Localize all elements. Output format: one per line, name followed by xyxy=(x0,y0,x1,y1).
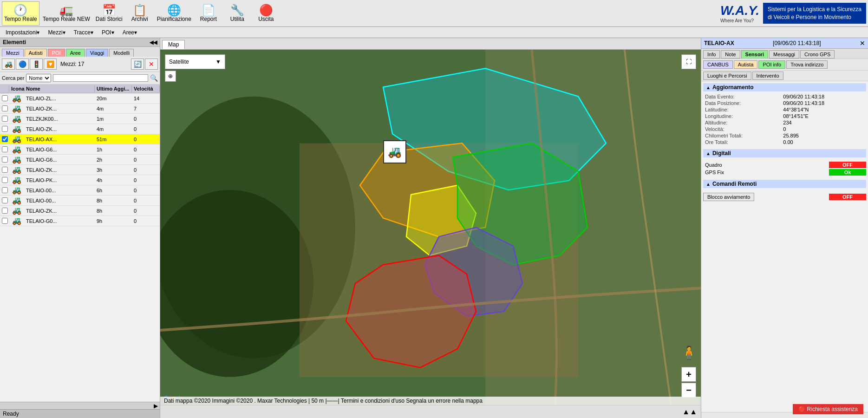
vehicle-checkbox[interactable] xyxy=(2,116,8,122)
toolbar-utilita[interactable]: 🔧 Utilita xyxy=(223,1,251,26)
vehicle-checkbox[interactable] xyxy=(2,146,8,152)
vehicle-speed: 0 xyxy=(132,157,160,163)
uscita-icon: 🔴 xyxy=(259,5,273,16)
vehicle-speed: 0 xyxy=(132,177,160,183)
right-tab-messaggi[interactable]: Messaggi xyxy=(769,50,799,59)
tab-poi[interactable]: POI xyxy=(48,49,65,57)
vehicle-checkbox[interactable] xyxy=(2,177,8,183)
traffic-light-btn[interactable]: 🚦 xyxy=(30,59,43,70)
satellite-selector[interactable]: Satellite ▼ xyxy=(165,54,225,69)
toolbar-archivi-label: Archivi xyxy=(131,16,148,22)
expand-map-btn[interactable]: ⛶ xyxy=(681,54,696,69)
vehicle-icon: 🚜 xyxy=(9,216,24,225)
vehicle-aggi: 6h xyxy=(95,188,132,193)
status-text: Ready xyxy=(3,411,19,417)
toolbar-tempo-reale-new[interactable]: 🚛 Tempo Reale NEW xyxy=(40,1,92,26)
tab-viaggi[interactable]: Viaggi xyxy=(86,49,108,57)
vehicle-row[interactable]: 🚜 TELAIO-AX... 51m 0 xyxy=(0,134,160,144)
tempo-reale-new-icon: 🚛 xyxy=(59,5,73,16)
menu-tracce[interactable]: Tracce▾ xyxy=(70,28,97,37)
map-tab[interactable]: Map xyxy=(162,40,185,49)
request-assist-btn[interactable]: 🔴 Richiesta assistenza xyxy=(793,404,863,414)
vehicle-row[interactable]: 🚜 TELAIO-ZK... 4m 0 xyxy=(0,124,160,134)
filter-btn[interactable]: 🔽 xyxy=(44,59,57,70)
clear-btn[interactable]: ✕ xyxy=(145,59,158,70)
right-sub-tab-trova[interactable]: Trova indirizzo xyxy=(786,60,828,69)
tab-mezzi[interactable]: Mezzi xyxy=(2,49,24,57)
vehicle-row[interactable]: 🚜 TELAIO-00... 8h 0 xyxy=(0,196,160,206)
vehicle-row[interactable]: 🚜 TELAIO-00... 6h 0 xyxy=(0,185,160,196)
right-close-btn[interactable]: ✕ xyxy=(860,39,865,47)
vehicle-checkbox[interactable] xyxy=(2,136,8,142)
edit-vehicle-btn[interactable]: 🔵 xyxy=(16,59,29,70)
tab-modelli[interactable]: Modelli xyxy=(109,49,134,57)
vehicle-row[interactable]: 🚜 TELZKJK00... 1m 0 xyxy=(0,114,160,124)
way-logo: W.A.Y. Where Are You? Sistemi per la Log… xyxy=(720,3,866,24)
comandi-blocco-row: Blocco avviamento OFF xyxy=(703,192,866,202)
toolbar-tempo-reale[interactable]: 🕐 Tempo Reale xyxy=(2,1,39,26)
zoom-out-btn[interactable]: − xyxy=(681,383,696,398)
right-sub-tab-autista[interactable]: Autista xyxy=(734,60,758,69)
vehicle-checkbox[interactable] xyxy=(2,157,8,163)
scroll-arrow[interactable]: ▶ xyxy=(154,403,158,409)
toolbar-report[interactable]: 📄 Report xyxy=(195,1,222,26)
map-zoom-btn[interactable]: ⊕ xyxy=(165,71,176,82)
vehicle-checkbox[interactable] xyxy=(2,197,8,203)
collapse-left-btn[interactable]: ◀◀ xyxy=(150,39,157,46)
search-icon[interactable]: 🔍 xyxy=(150,74,158,82)
tractor-marker[interactable]: 🚜 xyxy=(383,140,406,163)
comandi-blocco-btn[interactable]: Blocco avviamento xyxy=(703,193,754,201)
vehicle-checkbox[interactable] xyxy=(2,208,8,214)
right-tab-info[interactable]: Info xyxy=(703,50,720,59)
right-tab-note[interactable]: Note xyxy=(721,50,740,59)
vehicle-checkbox[interactable] xyxy=(2,187,8,193)
right-sub-tab-canbus[interactable]: CANBUS xyxy=(703,60,733,69)
tab-aree[interactable]: Aree xyxy=(66,49,85,57)
menu-poi[interactable]: POI▾ xyxy=(98,28,118,37)
way-logo-sub: Where Are You? xyxy=(720,18,759,23)
digitali-quadro-label: Quadro xyxy=(703,162,722,168)
vehicle-icon: 🚜 xyxy=(9,114,24,123)
right-sub-tab2-luoghi[interactable]: Luoghi e Percorsi xyxy=(703,72,751,80)
refresh-btn[interactable]: 🔄 xyxy=(131,59,144,70)
vehicle-row[interactable]: 🚜 TELAIO-G6... 2h 0 xyxy=(0,155,160,165)
vehicle-row[interactable]: 🚜 TELAIO-ZL... 20m 14 xyxy=(0,93,160,104)
vehicle-row[interactable]: 🚜 TELAIO-ZK... 4m 7 xyxy=(0,104,160,114)
vehicle-checkbox[interactable] xyxy=(2,167,8,173)
info-row-data-evento: Data Evento: 09/06/20 11:43:18 xyxy=(703,93,866,100)
tempo-reale-icon: 🕐 xyxy=(13,5,27,16)
map-container[interactable]: 🚜 Satellite ▼ ⊕ ⛶ 🧍 + − Google Dati mapp… xyxy=(160,50,701,405)
toolbar-uscita[interactable]: 🔴 Uscita xyxy=(252,1,280,26)
add-vehicle-btn[interactable]: 🚜 xyxy=(2,59,15,70)
vehicle-row[interactable]: 🚜 TELAIO-G0... 9h 0 xyxy=(0,216,160,226)
right-tab-sensori[interactable]: Sensori xyxy=(741,50,768,59)
toolbar-pianificazione[interactable]: 🌐 Pianificazione xyxy=(155,1,194,26)
vehicle-checkbox[interactable] xyxy=(2,126,8,132)
zoom-in-btn[interactable]: + xyxy=(681,367,696,382)
vehicle-checkbox[interactable] xyxy=(2,218,8,224)
vehicle-row[interactable]: 🚜 TELAIO-G6... 1h 0 xyxy=(0,144,160,155)
right-sub-tab-poi-info[interactable]: POI info xyxy=(758,60,785,69)
digitali-title: Digitali xyxy=(712,150,731,157)
vehicle-aggi: 1h xyxy=(95,147,132,152)
menu-aree[interactable]: Aree▾ xyxy=(119,28,141,37)
vehicle-row[interactable]: 🚜 TELAIO-ZK... 8h 0 xyxy=(0,206,160,216)
tab-autisti[interactable]: Autisti xyxy=(25,49,47,57)
map-bottom-bar: ▲▲ xyxy=(160,405,701,418)
right-tab-crono-gps[interactable]: Crono GPS xyxy=(800,50,835,59)
toolbar-archivi[interactable]: 📋 Archivi xyxy=(126,1,154,26)
vehicle-checkbox[interactable] xyxy=(2,105,8,111)
search-by-select[interactable]: Nome xyxy=(26,74,51,82)
collapse-bottom-btn[interactable]: ▲▲ xyxy=(682,408,697,416)
search-input[interactable] xyxy=(53,74,148,82)
right-sub-tab2-intervento[interactable]: Intervento xyxy=(752,72,783,80)
vehicle-row[interactable]: 🚜 TELAIO-ZK... 3h 0 xyxy=(0,165,160,175)
menu-mezzi[interactable]: Mezzi▾ xyxy=(44,28,69,37)
vehicle-row[interactable]: 🚜 TELAIO-PK... 4h 0 xyxy=(0,175,160,185)
vehicle-aggi: 4m xyxy=(95,126,132,132)
menu-impostazioni[interactable]: Impostazioni▾ xyxy=(2,28,43,37)
toolbar-dati-storici[interactable]: 📅 Dati Storici xyxy=(93,1,125,26)
vehicle-checkbox[interactable] xyxy=(2,95,8,101)
street-view-btn[interactable]: 🧍 xyxy=(681,344,696,361)
svg-marker-10 xyxy=(346,255,476,368)
